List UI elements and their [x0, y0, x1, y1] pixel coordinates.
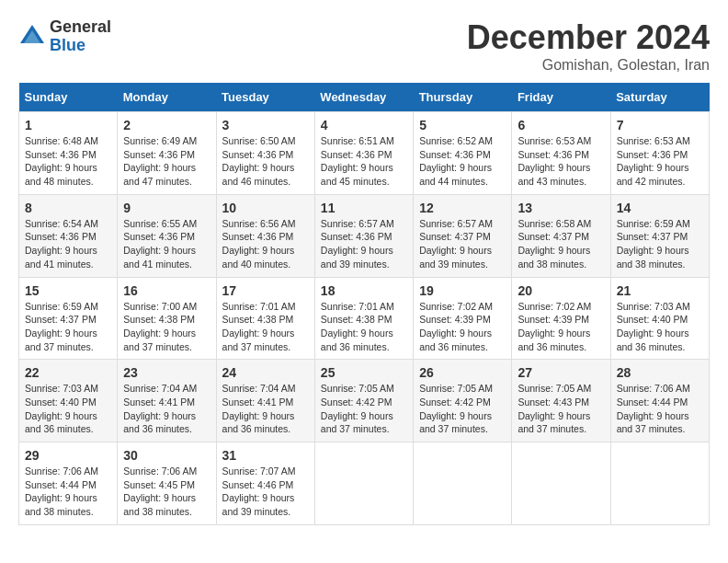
calendar-cell: 7Sunrise: 6:53 AMSunset: 4:36 PMDaylight… — [610, 112, 709, 195]
weekday-header-row: SundayMondayTuesdayWednesdayThursdayFrid… — [19, 83, 710, 112]
day-number: 7 — [617, 118, 703, 132]
day-number: 12 — [419, 201, 506, 215]
calendar-cell: 14Sunrise: 6:59 AMSunset: 4:37 PMDayligh… — [610, 194, 709, 277]
day-number: 15 — [25, 283, 111, 298]
day-sun-info: Sunrise: 7:05 AMSunset: 4:42 PMDaylight:… — [321, 382, 407, 436]
calendar-week-row: 8Sunrise: 6:54 AMSunset: 4:36 PMDaylight… — [19, 194, 710, 277]
logo-general: General — [50, 18, 111, 37]
day-sun-info: Sunrise: 6:55 AMSunset: 4:36 PMDaylight:… — [123, 217, 210, 271]
weekday-header: Monday — [118, 83, 216, 112]
location-title: Gomishan, Golestan, Iran — [467, 57, 710, 74]
day-sun-info: Sunrise: 7:02 AMSunset: 4:39 PMDaylight:… — [518, 300, 604, 354]
day-sun-info: Sunrise: 7:07 AMSunset: 4:46 PMDaylight:… — [222, 465, 309, 519]
day-number: 24 — [222, 365, 309, 380]
day-sun-info: Sunrise: 7:03 AMSunset: 4:40 PMDaylight:… — [617, 300, 703, 354]
calendar-cell: 10Sunrise: 6:56 AMSunset: 4:36 PMDayligh… — [216, 194, 314, 277]
day-sun-info: Sunrise: 6:56 AMSunset: 4:36 PMDaylight:… — [222, 217, 309, 271]
calendar-cell: 28Sunrise: 7:06 AMSunset: 4:44 PMDayligh… — [610, 360, 709, 442]
month-title: December 2024 — [467, 18, 710, 57]
calendar-cell: 5Sunrise: 6:52 AMSunset: 4:36 PMDaylight… — [414, 112, 512, 195]
calendar-cell: 27Sunrise: 7:05 AMSunset: 4:43 PMDayligh… — [512, 360, 610, 442]
day-sun-info: Sunrise: 6:53 AMSunset: 4:36 PMDaylight:… — [617, 134, 703, 189]
calendar-cell: 1Sunrise: 6:48 AMSunset: 4:36 PMDaylight… — [19, 112, 118, 195]
calendar-cell: 21Sunrise: 7:03 AMSunset: 4:40 PMDayligh… — [610, 277, 709, 360]
calendar-cell: 30Sunrise: 7:06 AMSunset: 4:45 PMDayligh… — [118, 442, 216, 525]
day-sun-info: Sunrise: 6:53 AMSunset: 4:36 PMDaylight:… — [518, 134, 604, 189]
calendar-cell: 22Sunrise: 7:03 AMSunset: 4:40 PMDayligh… — [19, 360, 118, 442]
day-sun-info: Sunrise: 6:59 AMSunset: 4:37 PMDaylight:… — [25, 300, 111, 354]
day-sun-info: Sunrise: 6:54 AMSunset: 4:36 PMDaylight:… — [25, 217, 111, 271]
day-number: 6 — [518, 118, 604, 132]
calendar-week-row: 15Sunrise: 6:59 AMSunset: 4:37 PMDayligh… — [19, 277, 710, 360]
header: General Blue December 2024 Gomishan, Gol… — [18, 18, 710, 74]
day-number: 9 — [123, 201, 210, 215]
calendar-cell: 6Sunrise: 6:53 AMSunset: 4:36 PMDaylight… — [512, 112, 610, 195]
calendar-table: SundayMondayTuesdayWednesdayThursdayFrid… — [18, 83, 710, 525]
calendar-cell: 15Sunrise: 6:59 AMSunset: 4:37 PMDayligh… — [19, 277, 118, 360]
day-sun-info: Sunrise: 7:04 AMSunset: 4:41 PMDaylight:… — [222, 382, 309, 436]
day-number: 2 — [123, 118, 210, 132]
title-area: December 2024 Gomishan, Golestan, Iran — [467, 18, 710, 74]
weekday-header: Wednesday — [314, 83, 413, 112]
day-number: 3 — [222, 118, 309, 132]
day-number: 8 — [25, 201, 111, 215]
day-sun-info: Sunrise: 6:48 AMSunset: 4:36 PMDaylight:… — [25, 134, 111, 189]
calendar-cell: 24Sunrise: 7:04 AMSunset: 4:41 PMDayligh… — [216, 360, 314, 442]
day-sun-info: Sunrise: 7:06 AMSunset: 4:45 PMDaylight:… — [123, 465, 210, 519]
calendar-cell: 19Sunrise: 7:02 AMSunset: 4:39 PMDayligh… — [414, 277, 512, 360]
day-number: 11 — [321, 201, 407, 215]
day-number: 31 — [222, 448, 309, 463]
calendar-cell — [314, 442, 413, 525]
calendar-week-row: 29Sunrise: 7:06 AMSunset: 4:44 PMDayligh… — [19, 442, 710, 525]
weekday-header: Sunday — [19, 83, 118, 112]
calendar-cell: 12Sunrise: 6:57 AMSunset: 4:37 PMDayligh… — [414, 194, 512, 277]
day-number: 14 — [617, 201, 703, 215]
day-sun-info: Sunrise: 7:00 AMSunset: 4:38 PMDaylight:… — [123, 300, 210, 354]
calendar-cell: 29Sunrise: 7:06 AMSunset: 4:44 PMDayligh… — [19, 442, 118, 525]
logo-icon — [18, 23, 46, 51]
day-number: 18 — [321, 283, 407, 298]
day-sun-info: Sunrise: 7:06 AMSunset: 4:44 PMDaylight:… — [25, 465, 111, 519]
day-number: 19 — [419, 283, 506, 298]
calendar-cell: 17Sunrise: 7:01 AMSunset: 4:38 PMDayligh… — [216, 277, 314, 360]
day-number: 16 — [123, 283, 210, 298]
day-sun-info: Sunrise: 6:59 AMSunset: 4:37 PMDaylight:… — [617, 217, 703, 271]
day-number: 30 — [123, 448, 210, 463]
day-number: 13 — [518, 201, 604, 215]
calendar-week-row: 1Sunrise: 6:48 AMSunset: 4:36 PMDaylight… — [19, 112, 710, 195]
day-sun-info: Sunrise: 7:01 AMSunset: 4:38 PMDaylight:… — [222, 300, 309, 354]
calendar-cell — [610, 442, 709, 525]
day-number: 29 — [25, 448, 111, 463]
calendar-cell: 25Sunrise: 7:05 AMSunset: 4:42 PMDayligh… — [314, 360, 413, 442]
day-number: 21 — [617, 283, 703, 298]
day-number: 23 — [123, 365, 210, 380]
calendar-cell: 9Sunrise: 6:55 AMSunset: 4:36 PMDaylight… — [118, 194, 216, 277]
day-sun-info: Sunrise: 6:57 AMSunset: 4:36 PMDaylight:… — [321, 217, 407, 271]
calendar-cell: 23Sunrise: 7:04 AMSunset: 4:41 PMDayligh… — [118, 360, 216, 442]
calendar-cell: 31Sunrise: 7:07 AMSunset: 4:46 PMDayligh… — [216, 442, 314, 525]
day-sun-info: Sunrise: 7:05 AMSunset: 4:42 PMDaylight:… — [419, 382, 506, 436]
calendar-cell: 8Sunrise: 6:54 AMSunset: 4:36 PMDaylight… — [19, 194, 118, 277]
day-number: 5 — [419, 118, 506, 132]
calendar-cell: 20Sunrise: 7:02 AMSunset: 4:39 PMDayligh… — [512, 277, 610, 360]
day-number: 22 — [25, 365, 111, 380]
day-sun-info: Sunrise: 7:06 AMSunset: 4:44 PMDaylight:… — [617, 382, 703, 436]
calendar-cell: 16Sunrise: 7:00 AMSunset: 4:38 PMDayligh… — [118, 277, 216, 360]
weekday-header: Tuesday — [216, 83, 314, 112]
weekday-header: Thursday — [414, 83, 512, 112]
day-sun-info: Sunrise: 7:04 AMSunset: 4:41 PMDaylight:… — [123, 382, 210, 436]
calendar-cell: 26Sunrise: 7:05 AMSunset: 4:42 PMDayligh… — [414, 360, 512, 442]
weekday-header: Friday — [512, 83, 610, 112]
calendar-cell: 4Sunrise: 6:51 AMSunset: 4:36 PMDaylight… — [314, 112, 413, 195]
day-sun-info: Sunrise: 7:01 AMSunset: 4:38 PMDaylight:… — [321, 300, 407, 354]
day-number: 10 — [222, 201, 309, 215]
day-sun-info: Sunrise: 7:02 AMSunset: 4:39 PMDaylight:… — [419, 300, 506, 354]
day-number: 1 — [25, 118, 111, 132]
logo-blue: Blue — [50, 37, 111, 55]
calendar-cell: 18Sunrise: 7:01 AMSunset: 4:38 PMDayligh… — [314, 277, 413, 360]
day-sun-info: Sunrise: 7:05 AMSunset: 4:43 PMDaylight:… — [518, 382, 604, 436]
day-number: 27 — [518, 365, 604, 380]
day-sun-info: Sunrise: 6:57 AMSunset: 4:37 PMDaylight:… — [419, 217, 506, 271]
calendar-cell: 11Sunrise: 6:57 AMSunset: 4:36 PMDayligh… — [314, 194, 413, 277]
day-number: 4 — [321, 118, 407, 132]
